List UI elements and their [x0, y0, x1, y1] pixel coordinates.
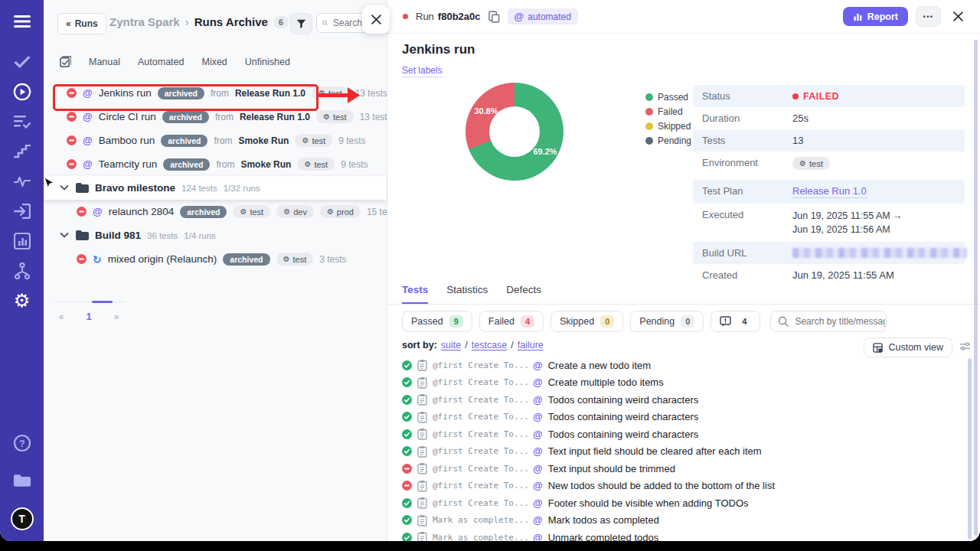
info-row: StatusFAILED: [693, 85, 965, 107]
checklist-icon[interactable]: [13, 112, 31, 131]
legend-label: Pending: [658, 135, 691, 146]
test-plan-link[interactable]: Release Run 1.0: [792, 185, 867, 198]
test-row[interactable]: @first Create To...@Todos containing wei…: [402, 409, 969, 426]
legend-label: Skipped: [658, 121, 691, 132]
pagination-prev[interactable]: «: [56, 311, 67, 322]
info-label: Environment: [702, 157, 792, 170]
menu-icon[interactable]: [13, 12, 31, 31]
filter-skipped[interactable]: Skipped0: [550, 311, 623, 332]
tab-defects[interactable]: Defects: [506, 284, 541, 304]
filter-pending[interactable]: Pending0: [630, 311, 704, 332]
help-icon[interactable]: ?: [13, 434, 31, 452]
panel-scrollbar[interactable]: [974, 40, 978, 536]
test-row[interactable]: @first Create To...@Text input field sho…: [402, 443, 969, 461]
filter-count-badge: 0: [600, 315, 614, 328]
automated-badge-label: automated: [528, 11, 571, 22]
test-row[interactable]: @first Create To...@Footer should be vis…: [402, 494, 969, 512]
filter-failed[interactable]: Failed4: [479, 311, 544, 332]
steps-icon[interactable]: [13, 142, 31, 161]
custom-view-button[interactable]: Custom view: [864, 337, 952, 357]
test-row[interactable]: @first Create To...@Create multiple todo…: [402, 374, 969, 392]
from-label: from: [216, 159, 234, 170]
test-row[interactable]: Mark as complete...@Unmark completed tod…: [402, 529, 969, 541]
runs-icon[interactable]: [13, 83, 31, 101]
environment-pill: ⚙test: [233, 205, 270, 218]
set-labels-link[interactable]: Set labels: [402, 65, 443, 77]
test-row[interactable]: @first Create To...@Create a new todo it…: [402, 357, 969, 374]
tests-search-box[interactable]: [770, 311, 887, 332]
projects-folder-icon[interactable]: [13, 471, 31, 490]
filter-passed[interactable]: Passed9: [402, 311, 472, 332]
environment-pill: ⚙test: [316, 110, 354, 123]
test-row[interactable]: @first Create To...@Text input should be…: [402, 460, 969, 478]
run-row[interactable]: @Teamcity runarchivedfromSmoke Run⚙test9…: [44, 152, 387, 176]
mixed-run-icon: ↻: [93, 254, 102, 265]
test-row[interactable]: @first Create To...@Todos containing wei…: [402, 391, 969, 409]
tab-mixed[interactable]: Mixed: [201, 57, 227, 67]
run-label: Run: [416, 11, 434, 22]
test-row[interactable]: @first Create To...@Todos containing wei…: [402, 425, 969, 443]
run-row[interactable]: @Circle CI runarchivedfromRelease Run 1.…: [44, 105, 387, 129]
tests-search-input[interactable]: [793, 315, 887, 328]
report-chart-icon: [853, 12, 863, 21]
automated-run-icon: @: [533, 360, 543, 370]
sort-row: sort by: suite / testcase / failure: [402, 340, 544, 350]
run-tests-count: 3 tests: [319, 254, 346, 265]
tab-tests[interactable]: Tests: [402, 284, 428, 304]
tasks-icon[interactable]: [13, 53, 31, 71]
pagination-next[interactable]: »: [111, 311, 122, 322]
automated-run-icon: @: [533, 481, 543, 491]
run-name: Teamcity run: [99, 158, 158, 170]
tab-statistics[interactable]: Statistics: [446, 284, 488, 304]
breadcrumb-project[interactable]: Zyntra Spark: [109, 15, 180, 28]
run-row[interactable]: @relaunch 2804archived⚙test⚙dev⚙prod15 t…: [44, 200, 387, 223]
build-url-value: [792, 247, 967, 259]
copy-icon[interactable]: [488, 11, 500, 23]
filter-count-badge: 9: [449, 315, 463, 328]
filter-label: Passed: [411, 316, 443, 327]
milestone-row[interactable]: Bravo milestone124 tests1/32 runs: [44, 176, 387, 200]
automated-run-icon: @: [533, 377, 543, 387]
analytics-icon[interactable]: [13, 232, 31, 250]
more-options-button[interactable]: •••: [916, 6, 941, 27]
run-row[interactable]: @Jenkins runarchivedfromRelease Run 1.0⚙…: [44, 81, 387, 105]
table-view-icon: [873, 343, 883, 353]
sort-by-testcase[interactable]: testcase: [472, 340, 508, 350]
info-label: Created: [702, 269, 792, 281]
report-button[interactable]: Report: [843, 7, 908, 26]
run-row[interactable]: @Bamboo runarchivedfromSmoke Run⚙test9 t…: [44, 129, 387, 152]
select-all-icon[interactable]: [60, 56, 71, 67]
filter-comments[interactable]: 4: [710, 311, 760, 332]
passed-status-icon: [402, 429, 412, 439]
sort-by-failure[interactable]: failure: [518, 340, 544, 350]
filter-button[interactable]: [290, 13, 312, 34]
executed-value: Jun 19, 2025 11:55 AM →Jun 19, 2025 11:5…: [792, 209, 903, 236]
view-settings-sliders-icon[interactable]: [959, 341, 971, 351]
passed-percent-label: 69.2%: [533, 147, 557, 156]
tab-unfinished[interactable]: Unfinished: [245, 57, 290, 67]
environment-name: test: [292, 255, 306, 264]
test-row[interactable]: Mark as complete...@Mark todos as comple…: [402, 512, 969, 530]
milestone-row[interactable]: Build 98136 tests1/4 runs: [44, 223, 387, 247]
run-row[interactable]: ↻mixed origin (Relaunch)archived⚙test3 t…: [44, 247, 387, 271]
tab-automated[interactable]: Automated: [138, 57, 184, 67]
back-to-runs-button[interactable]: « Runs: [57, 13, 106, 34]
import-icon[interactable]: [13, 202, 31, 220]
archived-badge: archived: [180, 206, 227, 218]
test-row[interactable]: @first Create To...@New todos should be …: [402, 478, 969, 495]
branch-icon[interactable]: [13, 262, 31, 280]
tab-manual[interactable]: Manual: [89, 57, 120, 67]
pagination-current-page[interactable]: 1: [83, 311, 94, 322]
test-suite-name: @first Create To...: [433, 412, 528, 422]
failed-status-icon: [77, 207, 87, 217]
custom-view-label: Custom view: [888, 342, 943, 353]
panel-close-button[interactable]: [362, 5, 390, 34]
info-row: Environment⚙test: [693, 152, 965, 175]
pulse-icon[interactable]: [13, 172, 31, 191]
user-avatar[interactable]: T: [11, 507, 34, 530]
sort-by-suite[interactable]: suite: [441, 340, 461, 350]
info-label: Tests: [702, 135, 792, 146]
detail-close-icon[interactable]: [953, 11, 963, 21]
tests-scrollbar[interactable]: [968, 358, 972, 540]
settings-icon[interactable]: ⚙: [13, 292, 31, 310]
